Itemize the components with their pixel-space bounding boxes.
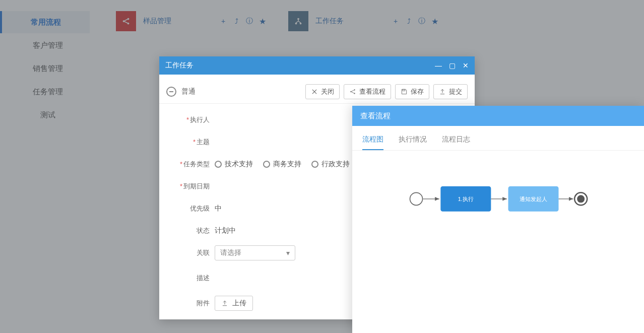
label-executor: 执行人 — [169, 115, 215, 124]
mode-label: 普通 — [181, 87, 196, 96]
svg-point-8 — [354, 93, 355, 94]
radio-admin[interactable]: 行政支持 — [311, 160, 350, 169]
label-duedate: 到期日期 — [169, 182, 215, 191]
label-subject: 主题 — [169, 138, 215, 147]
close-icon[interactable]: ✕ — [463, 61, 469, 70]
chevron-down-icon: ▾ — [286, 249, 290, 257]
view-flow-dialog: 查看流程 流程图 执行情况 流程日志 1.执行 通知发起人 — [352, 106, 644, 333]
flow-exec-label: 1.执行 — [458, 196, 474, 202]
radio-biz[interactable]: 商务支持 — [263, 160, 301, 169]
related-select[interactable]: 请选择▾ — [215, 245, 295, 260]
view-flow-button[interactable]: 查看流程 — [344, 84, 391, 99]
svg-point-6 — [350, 91, 351, 92]
flowchart-canvas: 1.执行 通知发起人 — [352, 151, 644, 251]
upload-button[interactable]: 上传 — [215, 296, 253, 311]
label-tasktype: 任务类型 — [169, 160, 215, 169]
minimize-icon[interactable]: — — [435, 61, 442, 70]
svg-point-13 — [577, 195, 585, 203]
label-priority: 优先级 — [169, 204, 215, 213]
flow-start-node — [410, 192, 423, 205]
close-button[interactable]: 关闭 — [305, 84, 340, 99]
label-description: 描述 — [169, 274, 215, 283]
mode-indicator: 普通 — [166, 87, 196, 97]
label-related: 关联 — [169, 248, 215, 257]
label-status: 状态 — [169, 226, 215, 235]
flow-notify-label: 通知发起人 — [520, 196, 547, 202]
tab-flowchart[interactable]: 流程图 — [362, 135, 383, 150]
minus-circle-icon — [166, 87, 176, 97]
svg-point-7 — [354, 89, 355, 90]
dialog-title: 工作任务 — [165, 61, 194, 70]
dialog2-title: 查看流程 — [352, 106, 644, 126]
radio-tech[interactable]: 技术支持 — [215, 160, 253, 169]
label-attachment: 附件 — [169, 299, 215, 308]
submit-button[interactable]: 提交 — [433, 84, 468, 99]
save-button[interactable]: 保存 — [395, 84, 429, 99]
tab-execution[interactable]: 执行情况 — [399, 135, 427, 150]
tab-log[interactable]: 流程日志 — [442, 135, 470, 150]
svg-rect-9 — [403, 89, 405, 91]
maximize-icon[interactable]: ▢ — [449, 61, 456, 70]
